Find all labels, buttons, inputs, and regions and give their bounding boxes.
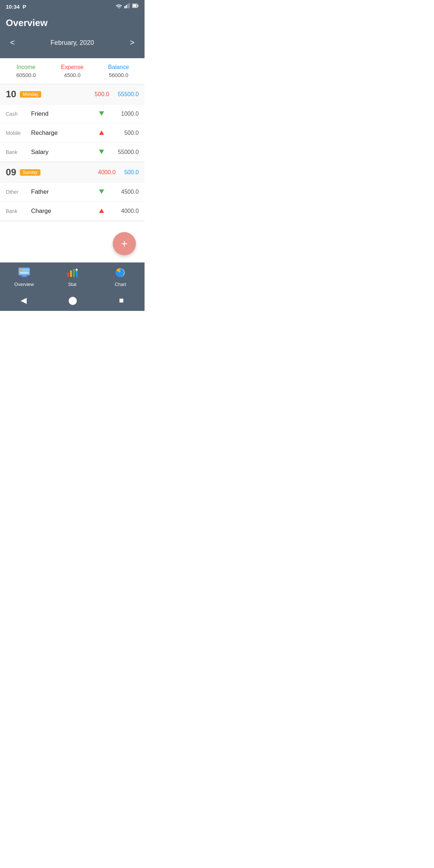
day-number: 09 bbox=[6, 167, 16, 178]
day-name-badge: Sunday bbox=[20, 169, 40, 176]
summary-row: Income 60500.0 Expense 4500.0 Balance 56… bbox=[0, 58, 145, 84]
expense-label: Expense bbox=[49, 64, 95, 70]
svg-rect-5 bbox=[138, 5, 139, 7]
battery-icon: ⚡ bbox=[132, 3, 139, 10]
date-navigation: < February, 2020 > bbox=[6, 34, 139, 51]
overview-nav-label: Overview bbox=[14, 282, 34, 287]
tx-direction-icon bbox=[99, 130, 104, 136]
page-title: Overview bbox=[6, 17, 139, 29]
balance-summary: Balance 56000.0 bbox=[95, 64, 142, 78]
tx-direction-icon bbox=[99, 189, 104, 195]
chart-nav-icon bbox=[115, 268, 126, 280]
tx-amount: 1000.0 bbox=[110, 111, 139, 117]
transaction-row[interactable]: Cash Friend 1000.0 bbox=[0, 104, 145, 124]
tx-amount: 55000.0 bbox=[110, 149, 139, 155]
transactions-container: 10 Monday 500.0 55500.0 Cash Friend 1000… bbox=[0, 84, 145, 221]
svg-marker-8 bbox=[99, 111, 104, 116]
income-summary: Income 60500.0 bbox=[3, 64, 49, 78]
day-number: 10 bbox=[6, 89, 16, 100]
day-expense: 500.0 bbox=[95, 91, 109, 98]
overview-nav-icon bbox=[18, 268, 30, 280]
day-name-badge: Monday bbox=[20, 91, 41, 98]
status-icons: ⚡ bbox=[116, 3, 139, 10]
tx-amount: 4000.0 bbox=[110, 208, 139, 214]
svg-rect-20 bbox=[73, 269, 75, 277]
svg-rect-22 bbox=[76, 270, 77, 272]
tx-amount: 500.0 bbox=[110, 130, 139, 136]
nav-stat[interactable]: Stat bbox=[48, 266, 96, 288]
fab-container: + bbox=[0, 221, 145, 262]
wifi-icon bbox=[116, 3, 122, 10]
app-icon: P bbox=[22, 4, 26, 10]
svg-text:⚡: ⚡ bbox=[133, 5, 136, 8]
recents-button[interactable]: ■ bbox=[119, 296, 124, 305]
day-expense: 4000.0 bbox=[98, 169, 116, 176]
svg-rect-1 bbox=[126, 5, 127, 8]
svg-rect-19 bbox=[70, 270, 72, 277]
day-balance: 55500.0 bbox=[118, 91, 139, 98]
svg-rect-2 bbox=[127, 4, 128, 8]
tx-category: Friend bbox=[31, 110, 99, 117]
next-month-button[interactable]: > bbox=[125, 37, 139, 49]
balance-label: Balance bbox=[95, 64, 142, 70]
tx-direction-icon bbox=[99, 111, 104, 117]
fab-icon: + bbox=[121, 237, 128, 251]
add-transaction-fab[interactable]: + bbox=[113, 232, 136, 255]
tx-amount: 4500.0 bbox=[110, 189, 139, 195]
day-group-09: 09 Sunday 4000.0 500.0 Other Father 4500… bbox=[0, 162, 145, 221]
tx-account: Bank bbox=[6, 149, 31, 155]
svg-rect-21 bbox=[76, 271, 78, 277]
tx-account: Bank bbox=[6, 208, 31, 214]
svg-rect-0 bbox=[124, 6, 125, 8]
nav-overview[interactable]: Overview bbox=[0, 266, 48, 288]
tx-direction-icon bbox=[99, 149, 104, 155]
income-value: 60500.0 bbox=[3, 72, 49, 78]
transaction-row[interactable]: Other Father 4500.0 bbox=[0, 183, 145, 202]
nav-chart[interactable]: Chart bbox=[96, 266, 145, 288]
balance-value: 56000.0 bbox=[95, 72, 142, 78]
tx-account: Mobile bbox=[6, 130, 31, 136]
stat-nav-label: Stat bbox=[68, 282, 76, 287]
system-nav-bar: ◀ ⬤ ■ bbox=[0, 291, 145, 311]
day-header-09: 09 Sunday 4000.0 500.0 bbox=[0, 162, 145, 183]
status-bar: 10:34 P ⚡ bbox=[0, 0, 145, 13]
transaction-row[interactable]: Bank Salary 55000.0 bbox=[0, 143, 145, 162]
expense-summary: Expense 4500.0 bbox=[49, 64, 95, 78]
bottom-nav: Overview Stat bbox=[0, 262, 145, 291]
svg-rect-18 bbox=[67, 273, 69, 277]
svg-marker-9 bbox=[99, 131, 104, 135]
income-label: Income bbox=[3, 64, 49, 70]
back-button[interactable]: ◀ bbox=[21, 296, 27, 305]
svg-rect-16 bbox=[22, 275, 26, 276]
svg-marker-10 bbox=[99, 150, 104, 154]
tx-category: Salary bbox=[31, 149, 99, 156]
tx-direction-icon bbox=[99, 208, 104, 214]
day-balance: 500.0 bbox=[124, 169, 139, 176]
home-button[interactable]: ⬤ bbox=[68, 296, 77, 305]
prev-month-button[interactable]: < bbox=[6, 37, 19, 49]
chart-nav-label: Chart bbox=[115, 282, 126, 287]
svg-marker-12 bbox=[99, 209, 104, 213]
svg-rect-17 bbox=[21, 276, 27, 277]
stat-nav-icon bbox=[66, 268, 78, 280]
transaction-row[interactable]: Bank Charge 4000.0 bbox=[0, 202, 145, 221]
expense-value: 4500.0 bbox=[49, 72, 95, 78]
header: Overview < February, 2020 > bbox=[0, 13, 145, 58]
tx-category: Recharge bbox=[31, 129, 99, 137]
current-date-label: February, 2020 bbox=[51, 39, 94, 47]
tx-account: Other bbox=[6, 189, 31, 195]
transaction-row[interactable]: Mobile Recharge 500.0 bbox=[0, 124, 145, 143]
svg-rect-3 bbox=[129, 3, 130, 8]
day-group-10: 10 Monday 500.0 55500.0 Cash Friend 1000… bbox=[0, 84, 145, 162]
day-header-10: 10 Monday 500.0 55500.0 bbox=[0, 84, 145, 104]
tx-account: Cash bbox=[6, 111, 31, 117]
tx-category: Charge bbox=[31, 208, 99, 215]
signal-icon bbox=[124, 3, 130, 10]
svg-marker-11 bbox=[99, 189, 104, 194]
tx-category: Father bbox=[31, 188, 99, 196]
svg-point-15 bbox=[20, 269, 22, 271]
status-time: 10:34 bbox=[6, 4, 20, 10]
